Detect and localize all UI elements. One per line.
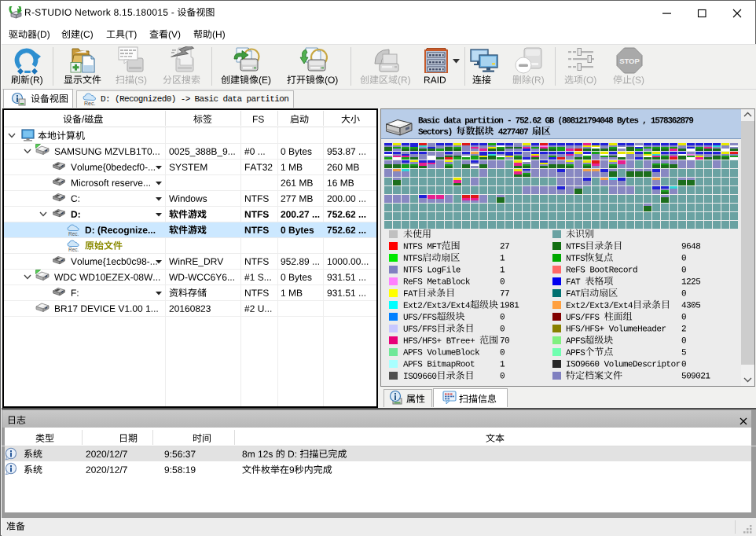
svg-text:Rec.: Rec. [84,101,95,106]
svg-text:STOP: STOP [619,57,640,65]
svg-text:Rec.: Rec. [68,247,79,252]
svg-text:Rec.: Rec. [68,231,79,237]
